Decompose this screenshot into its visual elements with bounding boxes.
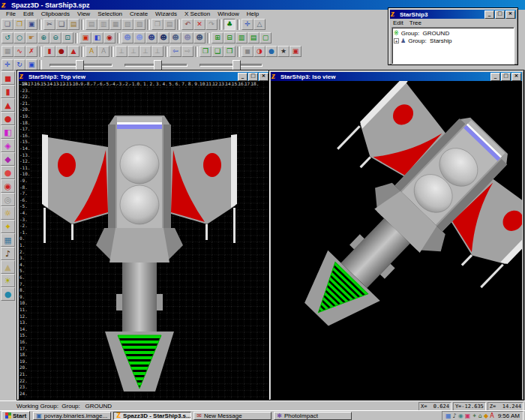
menu-help[interactable]: Help — [243, 10, 262, 17]
nav-forward-button[interactable]: ⇨ — [182, 46, 194, 57]
tray-messenger-icon[interactable]: ◆ — [484, 412, 488, 419]
textured-cube-button[interactable]: ▣ — [80, 32, 92, 44]
hierarchy-2-button[interactable]: ⊥ — [128, 46, 140, 57]
texture-frame-button[interactable]: ▣ — [290, 46, 302, 57]
zoom-region-button[interactable]: ⊡ — [62, 32, 74, 44]
layout-grid-button[interactable]: ⊞ — [212, 32, 224, 44]
door-tool-button[interactable]: ▮ — [44, 46, 56, 57]
x-slider[interactable] — [48, 59, 114, 70]
taskbar-button-new-message[interactable]: ✉New Message — [194, 412, 272, 420]
duplicate-stack-button[interactable]: ❒ — [224, 46, 236, 57]
tray-display-icon[interactable]: ▦ — [446, 412, 452, 419]
spin-view-button[interactable]: ↺ — [2, 32, 14, 44]
sphere-tool-button[interactable]: ● — [56, 46, 68, 57]
extrude-primitive-button[interactable]: ◧ — [1, 125, 15, 139]
tray-antivirus-icon[interactable]: A — [490, 412, 494, 419]
terrain-button[interactable]: ▲ — [1, 260, 15, 274]
iso-view-title-bar[interactable]: Z StarShip3: Iso view _ □ × — [271, 72, 522, 81]
palette-title-bar[interactable]: Z StarShip3 _ □ × — [390, 10, 516, 19]
paste-button[interactable]: ▤ — [68, 19, 80, 30]
start-button[interactable]: Start — [2, 411, 30, 420]
taskbar-button-photoimpact[interactable]: ✱PhotoImpact — [274, 412, 352, 420]
zoom-in-button[interactable]: ⊕ — [38, 32, 50, 44]
spotlight-button[interactable]: ✦ — [1, 220, 15, 233]
tree-expand-box[interactable]: + — [394, 38, 399, 44]
layout-single-button[interactable]: ▤ — [248, 32, 260, 44]
render-avatar-4-button[interactable]: ☻ — [158, 32, 170, 44]
maximize-button[interactable]: □ — [501, 73, 511, 81]
tray-volume-icon[interactable]: ♪ — [453, 412, 457, 419]
render-avatar-1-button[interactable]: ☻ — [122, 32, 134, 44]
tray-scheduler-icon[interactable]: ✦ — [472, 412, 477, 419]
hierarchy-1-button[interactable]: ⊥ — [116, 46, 128, 57]
top-view-viewport[interactable]: -18.-17.-16.-15.-14.-13.-12.-11.-10.-9.-… — [19, 81, 269, 400]
minimize-button[interactable]: _ — [490, 73, 500, 81]
close-button[interactable]: × — [512, 73, 521, 81]
y-slider[interactable] — [123, 59, 189, 70]
material-sphere-button[interactable]: ◑ — [254, 46, 266, 57]
minimize-button[interactable]: _ — [484, 10, 494, 19]
multi-cube-button[interactable]: ◧ — [92, 32, 104, 44]
close-button[interactable]: × — [259, 73, 268, 81]
cone-primitive-button[interactable]: ▲ — [1, 98, 15, 112]
flame-tool-button[interactable]: ▲ — [68, 46, 80, 57]
world-globe-button[interactable]: ● — [266, 46, 278, 57]
rotate-tool-button[interactable]: ↻ — [14, 59, 26, 70]
palette-menu-tree[interactable]: Tree — [408, 20, 426, 26]
menu-view[interactable]: View — [74, 10, 94, 17]
scene-tree-list[interactable]: ※Group: GROUND+♟Group: Starship — [392, 27, 514, 64]
slider-thumb[interactable] — [232, 60, 241, 70]
copy-alt-button[interactable]: ❐ — [152, 19, 164, 30]
menu-create[interactable]: Create — [126, 10, 152, 17]
lathe-primitive-button[interactable]: ◈ — [1, 139, 15, 152]
duplicate-front-button[interactable]: ❐ — [200, 46, 212, 57]
curve-edit-button[interactable]: ∿ — [14, 46, 26, 57]
paste-special-1-button[interactable]: ▤ — [86, 19, 98, 30]
tray-cd-icon[interactable]: ◉ — [458, 412, 464, 419]
taskbar-button-spazz3d-starship3-s[interactable]: ZSpazz3D - StarShip3.s... — [113, 412, 191, 420]
star-frame-button[interactable]: ★ — [278, 46, 290, 57]
scene-tree-button[interactable]: ♣ — [224, 19, 236, 30]
delete-button[interactable]: ✕ — [194, 19, 206, 30]
tray-graphics-icon[interactable]: ▣ — [465, 412, 471, 419]
paste-special-5-button[interactable]: ▨ — [134, 19, 146, 30]
minimize-button[interactable]: _ — [238, 73, 248, 81]
vertex-tool-button[interactable]: ✗ — [26, 46, 38, 57]
maximize-button[interactable]: □ — [495, 10, 505, 19]
menu-file[interactable]: File — [2, 10, 20, 17]
palette-menu-edit[interactable]: Edit — [392, 20, 408, 26]
open-file-button[interactable]: ❐ — [14, 19, 26, 30]
render-avatar-3-button[interactable]: ☻ — [146, 32, 158, 44]
cut-button[interactable]: ✂ — [44, 19, 56, 30]
menu-selection[interactable]: Selection — [94, 10, 126, 17]
background-image-button[interactable]: ▦ — [1, 233, 15, 247]
render-avatar-5-button[interactable]: ☻ — [170, 32, 182, 44]
zoom-tool-button[interactable]: ○ — [14, 32, 26, 44]
camera-object-button[interactable]: ◉ — [104, 32, 116, 44]
redo-button[interactable]: ↷ — [206, 19, 218, 30]
slider-thumb[interactable] — [76, 60, 84, 70]
globe-texture-button[interactable]: ● — [1, 287, 15, 301]
top-view-title-bar[interactable]: Z StarShip3: Top view _ □ × — [19, 72, 269, 81]
paste-alt-button[interactable]: ▤ — [164, 19, 176, 30]
text-outline-tool-button[interactable]: A — [98, 46, 110, 57]
tree-item[interactable]: ※Group: GROUND — [394, 29, 512, 37]
paste-special-4-button[interactable]: ▧ — [122, 19, 134, 30]
layout-rows-button[interactable]: ⊟ — [224, 32, 236, 44]
layout-columns-button[interactable]: ▥ — [236, 32, 248, 44]
hierarchy-3-button[interactable]: ⊥ — [140, 46, 152, 57]
axes-button[interactable]: ✛ — [242, 19, 254, 30]
close-button[interactable]: × — [506, 10, 515, 19]
z-slider[interactable] — [198, 59, 264, 70]
menu-clipboards[interactable]: Clipboards — [38, 10, 74, 17]
taskbar-button-povray-binaries-image[interactable]: ▣povray.binaries.image... — [33, 412, 111, 420]
copy-button[interactable]: ❑ — [56, 19, 68, 30]
save-button[interactable]: ▣ — [26, 19, 38, 30]
cylinder-primitive-button[interactable]: ▮ — [1, 85, 15, 98]
sphere-group-disabled-button[interactable]: ◎ — [1, 193, 15, 206]
sphere-primitive-button[interactable]: ● — [1, 112, 15, 125]
tray-home-icon[interactable]: ⌂ — [478, 412, 482, 419]
move-tool-button[interactable]: ✛ — [2, 59, 14, 70]
gem-primitive-button[interactable]: ◆ — [1, 152, 15, 166]
pan-hand-button[interactable]: ☛ — [26, 32, 38, 44]
